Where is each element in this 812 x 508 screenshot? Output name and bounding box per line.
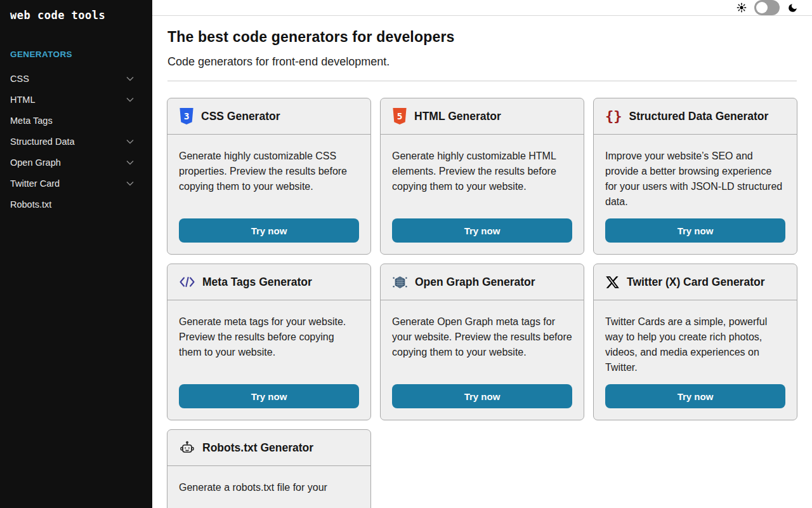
- sidebar-item-twitter-card[interactable]: Twitter Card: [10, 173, 142, 194]
- svg-text:5: 5: [397, 110, 403, 121]
- card-body: Generate a robots.txt file for your Try …: [167, 466, 370, 508]
- chevron-down-icon: [126, 138, 134, 145]
- toggle-knob: [756, 2, 768, 13]
- card-title: CSS Generator: [201, 110, 280, 123]
- sidebar-section-generators: GENERATORS: [10, 50, 142, 59]
- sun-icon: [737, 3, 747, 13]
- card-header: 5 HTML Generator: [381, 98, 584, 135]
- sidebar-item-structured-data[interactable]: Structured Data: [10, 131, 142, 152]
- main-area: The best code generators for developers …: [152, 0, 812, 508]
- card-header: {} Structured Data Generator: [594, 98, 797, 135]
- sidebar-item-label: HTML: [10, 95, 35, 105]
- sidebar-nav: CSS HTML Meta Tags Structured Data Open …: [10, 68, 142, 215]
- twitter-card-generator-card: Twitter (X) Card Generator Twitter Cards…: [593, 264, 797, 420]
- card-body: Twitter Cards are a simple, powerful way…: [594, 300, 797, 420]
- sidebar-item-label: Twitter Card: [10, 178, 60, 189]
- sidebar: web code tools GENERATORS CSS HTML Meta …: [0, 0, 152, 508]
- theme-toggle[interactable]: [754, 0, 780, 15]
- card-description: Generate highly customizable HTML elemen…: [392, 149, 572, 194]
- moon-icon: [787, 3, 798, 13]
- card-title: Twitter (X) Card Generator: [627, 276, 765, 289]
- card-body: Generate highly customizable HTML elemen…: [381, 135, 584, 254]
- sidebar-item-html[interactable]: HTML: [10, 89, 142, 110]
- x-logo-icon: [605, 275, 620, 290]
- html-generator-card: 5 HTML Generator Generate highly customi…: [380, 98, 584, 255]
- svg-text:3: 3: [184, 110, 190, 121]
- card-body: Generate highly customizable CSS propert…: [167, 135, 370, 254]
- sidebar-item-meta-tags[interactable]: Meta Tags: [10, 110, 142, 131]
- chevron-down-icon: [126, 180, 134, 187]
- try-now-button[interactable]: Try now: [605, 218, 785, 243]
- card-description: Twitter Cards are a simple, powerful way…: [605, 314, 785, 375]
- card-body: Improve your website’s SEO and provide a…: [594, 135, 797, 254]
- sidebar-item-css[interactable]: CSS: [10, 68, 142, 89]
- card-description: Generate meta tags for your website. Pre…: [179, 314, 359, 360]
- card-title: Meta Tags Generator: [202, 276, 312, 289]
- card-description: Generate Open Graph meta tags for your w…: [392, 314, 572, 360]
- card-title: Robots.txt Generator: [202, 441, 313, 455]
- card-title: HTML Generator: [414, 110, 501, 123]
- sidebar-item-label: Open Graph: [10, 157, 61, 168]
- card-header: 3 CSS Generator: [167, 98, 370, 135]
- try-now-button[interactable]: Try now: [605, 384, 785, 408]
- chevron-down-icon: [126, 159, 134, 166]
- meta-tags-generator-card: Meta Tags Generator Generate meta tags f…: [167, 264, 371, 420]
- card-header: Robots.txt Generator: [167, 430, 370, 466]
- card-body: Generate meta tags for your website. Pre…: [167, 300, 370, 420]
- css-generator-card: 3 CSS Generator Generate highly customiz…: [167, 98, 371, 255]
- chevron-down-icon: [126, 97, 134, 103]
- chevron-down-icon: [126, 76, 134, 82]
- card-header: Twitter (X) Card Generator: [594, 264, 797, 300]
- sidebar-item-label: CSS: [10, 74, 29, 84]
- page-subtitle: Code generators for front-end developmen…: [167, 55, 797, 69]
- topbar: [152, 0, 812, 16]
- card-title: Open Graph Generator: [415, 276, 535, 289]
- card-header: Meta Tags Generator: [167, 264, 370, 300]
- open-graph-hexagon-icon: [392, 274, 408, 290]
- sidebar-item-label: Meta Tags: [10, 116, 53, 126]
- page-title: The best code generators for developers: [167, 29, 797, 46]
- generator-cards-grid: 3 CSS Generator Generate highly customiz…: [152, 81, 812, 508]
- code-tag-icon: [179, 276, 195, 288]
- html5-shield-icon: 5: [392, 108, 407, 125]
- sidebar-item-robots-txt[interactable]: Robots.txt: [10, 194, 142, 215]
- card-description: Generate highly customizable CSS propert…: [179, 149, 359, 194]
- try-now-button[interactable]: Try now: [392, 218, 572, 243]
- sidebar-item-label: Structured Data: [10, 137, 75, 147]
- card-description: Generate a robots.txt file for your: [179, 480, 359, 495]
- try-now-button[interactable]: Try now: [392, 384, 572, 408]
- card-description: Improve your website’s SEO and provide a…: [605, 149, 785, 210]
- card-title: Structured Data Generator: [629, 110, 769, 123]
- open-graph-generator-card: Open Graph Generator Generate Open Graph…: [380, 264, 584, 420]
- sidebar-item-label: Robots.txt: [10, 199, 51, 210]
- app-logo[interactable]: web code tools: [10, 9, 142, 22]
- css3-shield-icon: 3: [179, 108, 194, 125]
- curly-braces-icon: {}: [605, 109, 622, 123]
- sidebar-item-open-graph[interactable]: Open Graph: [10, 152, 142, 173]
- try-now-button[interactable]: Try now: [179, 218, 359, 243]
- page-header: The best code generators for developers …: [152, 16, 812, 81]
- robots-txt-generator-card: Robots.txt Generator Generate a robots.t…: [167, 429, 371, 508]
- structured-data-generator-card: {} Structured Data Generator Improve you…: [593, 98, 797, 255]
- card-body: Generate Open Graph meta tags for your w…: [381, 300, 584, 420]
- try-now-button[interactable]: Try now: [179, 384, 359, 408]
- card-header: Open Graph Generator: [381, 264, 584, 300]
- robot-icon: [179, 439, 195, 456]
